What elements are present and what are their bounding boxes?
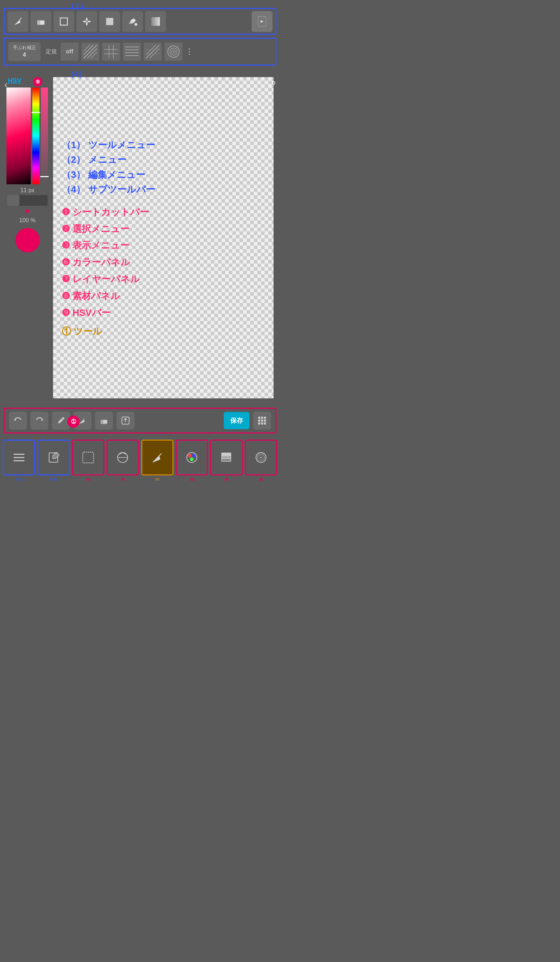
brush-size-label: 11 px xyxy=(21,187,34,194)
gradient-button[interactable] xyxy=(145,11,166,32)
expand-toolbar-button[interactable] xyxy=(252,11,273,32)
svg-line-65 xyxy=(159,454,161,456)
svg-rect-3 xyxy=(60,18,68,25)
bottom-tabs: （2） （3） ② ③ ① xyxy=(0,434,280,481)
svg-rect-71 xyxy=(221,456,231,458)
current-color-circle[interactable] xyxy=(15,228,40,252)
tab-selection-2[interactable]: ② xyxy=(72,440,104,475)
canvas-pink-text: ❶ シートカットバー ❷ 選択メニュー ❸ 表示メニュー ❻ カラーパネル ❼ … xyxy=(62,203,265,321)
svg-rect-62 xyxy=(83,452,94,463)
svg-point-41 xyxy=(173,51,174,52)
rectangle-tool-button[interactable] xyxy=(53,11,74,32)
hsv-panel: HSV ⑨ 11 px 100 % xyxy=(5,77,50,252)
label-1: （1） xyxy=(66,1,88,12)
grid-menu-button[interactable] xyxy=(253,412,271,429)
tab-material-8[interactable]: ⑧ xyxy=(245,440,277,475)
ruler-off-button[interactable]: off xyxy=(61,43,79,61)
label-4: （4） xyxy=(66,69,86,80)
svg-point-67 xyxy=(188,454,192,457)
svg-rect-72 xyxy=(221,453,231,456)
hsv-label[interactable]: HSV xyxy=(8,77,21,85)
bucket-tool-button[interactable] xyxy=(122,11,143,32)
tab-pen-1[interactable]: ① xyxy=(141,440,174,475)
tab-tools-3[interactable]: ③ xyxy=(107,440,139,475)
canvas-orange-text: ① ツール xyxy=(62,325,265,338)
export-button[interactable] xyxy=(116,412,134,429)
svg-rect-55 xyxy=(261,422,263,425)
ruler-radial-button[interactable] xyxy=(165,43,182,61)
svg-rect-52 xyxy=(261,420,263,422)
save-button[interactable]: 保存 xyxy=(224,412,250,429)
tab-layer-7[interactable]: ⑦ xyxy=(210,440,242,475)
svg-rect-50 xyxy=(264,416,266,419)
saturation-value-picker[interactable] xyxy=(6,87,31,184)
svg-point-12 xyxy=(134,23,137,26)
eraser-tool-button[interactable] xyxy=(31,11,51,32)
color-picker-area[interactable] xyxy=(5,87,50,184)
ruler-more-button[interactable]: ⋮ xyxy=(186,47,193,56)
hsv-badge-9: ⑨ xyxy=(33,77,42,86)
svg-point-10 xyxy=(86,21,88,22)
hue-slider[interactable] xyxy=(32,87,39,184)
bottom-action-bar: 保存 xyxy=(3,408,276,434)
ruler-options: off xyxy=(61,43,193,61)
eraser-action-button[interactable] xyxy=(95,412,113,429)
ruler-grid-button[interactable] xyxy=(102,43,120,61)
svg-rect-21 xyxy=(104,45,118,58)
svg-rect-53 xyxy=(264,420,266,422)
opacity-slider[interactable] xyxy=(41,87,48,184)
pen-tool-button[interactable] xyxy=(8,11,28,32)
svg-rect-51 xyxy=(258,420,260,422)
svg-rect-49 xyxy=(261,416,263,419)
svg-rect-46 xyxy=(101,420,103,424)
svg-point-68 xyxy=(192,454,196,457)
canvas-blue-text: （1） ツールメニュー （2） メニュー （3） 編集メニュー （4） サブツー… xyxy=(62,138,265,197)
ruler-diagonal-button[interactable] xyxy=(81,43,99,61)
move-tool-button[interactable] xyxy=(76,11,97,32)
redo-button[interactable] xyxy=(31,412,48,429)
ruler-label: 定規 xyxy=(45,48,57,56)
bottom-circle-badge-1: ① xyxy=(68,416,79,428)
svg-rect-11 xyxy=(106,18,113,25)
ruler-horizontal-button[interactable] xyxy=(123,43,141,61)
stabilizer-button[interactable]: 手ぶれ補正 4 xyxy=(8,42,40,61)
svg-rect-2 xyxy=(37,21,40,25)
tab-color-6[interactable]: ⑥ xyxy=(176,440,208,475)
tab-edit-3[interactable]: （3） xyxy=(37,440,69,475)
canvas-area[interactable]: （1） ツールメニュー （2） メニュー （3） 編集メニュー （4） サブツー… xyxy=(53,77,274,399)
brush-preview-dot xyxy=(26,210,29,213)
sub-toolbar: 手ぶれ補正 4 定規 off xyxy=(3,38,276,66)
canvas-content: （1） ツールメニュー （2） メニュー （3） 編集メニュー （4） サブツー… xyxy=(53,77,274,399)
ruler-crosshatch-button[interactable] xyxy=(144,43,162,61)
svg-point-76 xyxy=(260,457,262,458)
tab-menu-2[interactable]: （2） xyxy=(3,440,35,475)
svg-rect-70 xyxy=(221,458,231,462)
svg-rect-54 xyxy=(258,422,260,425)
svg-rect-48 xyxy=(258,416,260,419)
svg-rect-13 xyxy=(151,17,160,26)
brush-size-slider[interactable] xyxy=(7,195,48,206)
tool-menu-bar xyxy=(3,8,276,35)
svg-point-69 xyxy=(190,457,194,461)
undo-button[interactable] xyxy=(9,412,27,429)
svg-rect-56 xyxy=(264,422,266,425)
opacity-percent-label: 100 % xyxy=(19,217,36,224)
svg-line-0 xyxy=(20,18,21,20)
fill-square-button[interactable] xyxy=(99,11,120,32)
